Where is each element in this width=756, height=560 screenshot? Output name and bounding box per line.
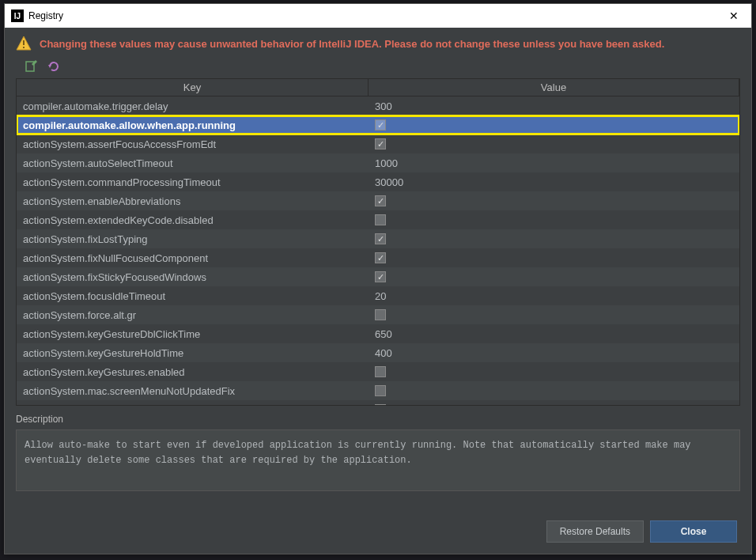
warning-icon xyxy=(16,36,32,51)
registry-key: actionSystem.force.alt.gr xyxy=(17,309,369,321)
description-text: Allow auto-make to start even if develop… xyxy=(16,429,740,491)
description-label: Description xyxy=(16,414,740,425)
window-title: Registry xyxy=(28,10,718,21)
registry-key: compiler.automake.trigger.delay xyxy=(17,100,369,112)
close-button[interactable]: Close xyxy=(650,520,737,543)
svg-marker-4 xyxy=(48,65,51,68)
toolbar xyxy=(5,56,751,78)
edit-icon[interactable] xyxy=(24,59,38,74)
table-row[interactable]: actionSystem.assertFocusAccessFromEdt xyxy=(17,134,739,153)
titlebar[interactable]: IJ Registry ✕ xyxy=(5,4,751,28)
registry-key: actionSystem.fixNullFocusedComponent xyxy=(17,252,369,264)
table-row[interactable]: compiler.automake.trigger.delay300 xyxy=(17,96,739,115)
registry-value[interactable] xyxy=(369,214,739,225)
registry-value[interactable] xyxy=(369,252,739,263)
close-icon[interactable]: ✕ xyxy=(718,5,750,27)
registry-key: actionSystem.keyGestureHoldTime xyxy=(17,347,369,359)
registry-key: actionSystem.enableAbbreviations xyxy=(17,195,369,207)
registry-key: compiler.automake.allow.when.app.running xyxy=(17,119,369,131)
registry-key: actionSystem.fixLostTyping xyxy=(17,233,369,245)
table-row[interactable]: actionSystem.focusIdleTimeout20 xyxy=(17,286,739,305)
checkbox[interactable] xyxy=(375,214,386,225)
registry-value[interactable] xyxy=(369,271,739,282)
table-row[interactable]: actionSystem.keyGestureDblClickTime650 xyxy=(17,324,739,343)
table-row[interactable]: compiler.automake.allow.when.app.running xyxy=(17,115,739,134)
registry-key: actionSystem.keyGestures.enabled xyxy=(17,366,369,378)
registry-key: actionSystem.keyGestureDblClickTime xyxy=(17,328,369,340)
column-header-value[interactable]: Value xyxy=(369,79,739,96)
table-row[interactable]: actionSystem.mouseGesturesEnabled xyxy=(17,400,739,405)
table-body[interactable]: compiler.automake.trigger.delay300compil… xyxy=(17,96,739,405)
registry-value[interactable] xyxy=(369,385,739,396)
registry-value[interactable] xyxy=(369,138,739,149)
registry-dialog: IJ Registry ✕ Changing these values may … xyxy=(4,3,752,554)
table-row[interactable]: actionSystem.fixStickyFocusedWindows xyxy=(17,267,739,286)
registry-key: actionSystem.focusIdleTimeout xyxy=(17,290,369,302)
registry-key: actionSystem.assertFocusAccessFromEdt xyxy=(17,138,369,150)
registry-value[interactable] xyxy=(369,366,739,377)
app-icon: IJ xyxy=(11,9,24,22)
checkbox[interactable] xyxy=(375,119,386,131)
description-panel: Description Allow auto-make to start eve… xyxy=(16,414,740,491)
registry-value[interactable]: 650 xyxy=(369,328,739,340)
registry-key: actionSystem.mac.screenMenuNotUpdatedFix xyxy=(17,385,369,397)
registry-value[interactable]: 400 xyxy=(369,347,739,359)
svg-rect-2 xyxy=(23,47,25,48)
svg-rect-1 xyxy=(23,40,25,45)
table-row[interactable]: actionSystem.autoSelectTimeout1000 xyxy=(17,153,739,172)
table-row[interactable]: actionSystem.extendedKeyCode.disabled xyxy=(17,210,739,229)
table-header: Key Value xyxy=(17,79,739,96)
registry-value[interactable]: 30000 xyxy=(369,176,739,188)
registry-value[interactable] xyxy=(369,195,739,206)
table-row[interactable]: actionSystem.commandProcessingTimeout300… xyxy=(17,172,739,191)
registry-key: actionSystem.commandProcessingTimeout xyxy=(17,176,369,188)
registry-key: actionSystem.extendedKeyCode.disabled xyxy=(17,214,369,226)
button-bar: Restore Defaults Close xyxy=(546,520,737,543)
table-row[interactable]: actionSystem.enableAbbreviations xyxy=(17,191,739,210)
table-row[interactable]: actionSystem.fixLostTyping xyxy=(17,229,739,248)
checkbox[interactable] xyxy=(375,233,386,244)
checkbox[interactable] xyxy=(375,385,386,396)
registry-value[interactable] xyxy=(369,119,739,131)
registry-key: actionSystem.fixStickyFocusedWindows xyxy=(17,271,369,283)
table-row[interactable]: actionSystem.fixNullFocusedComponent xyxy=(17,248,739,267)
registry-value[interactable] xyxy=(369,309,739,320)
checkbox[interactable] xyxy=(375,195,386,206)
checkbox[interactable] xyxy=(375,366,386,377)
registry-key: actionSystem.autoSelectTimeout xyxy=(17,157,369,169)
warning-bar: Changing these values may cause unwanted… xyxy=(5,28,751,56)
checkbox[interactable] xyxy=(375,271,386,282)
registry-table: Key Value compiler.automake.trigger.dela… xyxy=(16,78,740,406)
checkbox[interactable] xyxy=(375,138,386,149)
registry-value[interactable] xyxy=(369,404,739,405)
restore-defaults-button[interactable]: Restore Defaults xyxy=(546,520,644,543)
registry-value[interactable] xyxy=(369,233,739,244)
table-row[interactable]: actionSystem.force.alt.gr xyxy=(17,305,739,324)
checkbox[interactable] xyxy=(375,404,386,405)
registry-value[interactable]: 300 xyxy=(369,100,739,112)
table-row[interactable]: actionSystem.mac.screenMenuNotUpdatedFix xyxy=(17,381,739,400)
checkbox[interactable] xyxy=(375,252,386,263)
registry-value[interactable]: 20 xyxy=(369,290,739,302)
table-row[interactable]: actionSystem.keyGestureHoldTime400 xyxy=(17,343,739,362)
column-header-key[interactable]: Key xyxy=(17,79,369,96)
warning-text: Changing these values may cause unwanted… xyxy=(40,38,664,50)
table-row[interactable]: actionSystem.keyGestures.enabled xyxy=(17,362,739,381)
checkbox[interactable] xyxy=(375,309,386,320)
registry-key: actionSystem.mouseGesturesEnabled xyxy=(17,404,369,406)
registry-value[interactable]: 1000 xyxy=(369,157,739,169)
revert-icon[interactable] xyxy=(46,59,60,74)
